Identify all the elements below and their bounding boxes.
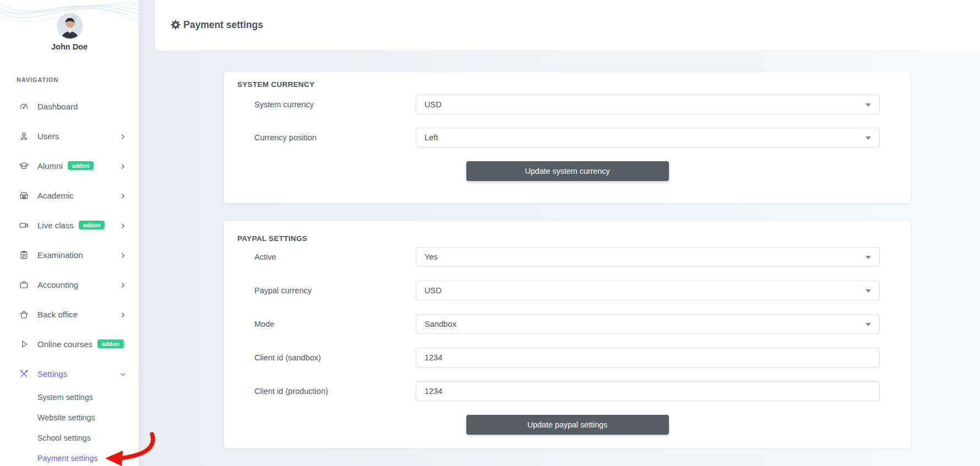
chevron-right-icon — [119, 133, 127, 140]
field-label: Active — [254, 253, 416, 261]
sidebar-item-label: Examination — [37, 250, 83, 260]
field-label: Paypal currency — [254, 286, 416, 295]
select-value: USD — [424, 100, 442, 109]
avatar[interactable] — [57, 13, 83, 39]
sidebar-item-label: Dashboard — [37, 102, 78, 111]
caret-down-icon — [865, 289, 871, 293]
select-value: Left — [424, 133, 438, 142]
briefcase-icon — [18, 279, 29, 290]
sidebar-item-label: Online courses — [37, 339, 92, 349]
field-label: Mode — [254, 320, 416, 328]
addon-badge: addon — [68, 161, 94, 171]
sidebar-item-alumni[interactable]: Alumniaddon — [0, 151, 139, 180]
sidebar-subitem-system-settings[interactable]: System settings — [0, 387, 139, 407]
update-paypal-settings-button[interactable]: Update paypal settings — [466, 415, 669, 435]
sidebar-item-label: Accounting — [37, 280, 78, 289]
active-select[interactable]: Yes — [416, 247, 880, 267]
system-currency-select[interactable]: USD — [416, 95, 880, 114]
nav-section-label: NAVIGATION — [17, 76, 58, 83]
currency-position-select[interactable]: Left — [416, 128, 880, 147]
caret-down-icon — [865, 136, 871, 140]
chevron-down-icon — [119, 370, 127, 377]
sidebar-subitem-payment-settings[interactable]: Payment settings — [0, 448, 139, 466]
button-row: Update paypal settings — [224, 415, 911, 435]
addon-badge: addon — [79, 221, 105, 230]
mode-select[interactable]: Sandbox — [416, 314, 880, 334]
addon-badge: addon — [97, 339, 124, 349]
form-row: Currency positionLeft — [254, 128, 880, 147]
subitem-label: School settings — [37, 434, 91, 442]
caret-down-icon — [865, 103, 871, 107]
sidebar-item-users[interactable]: Users — [0, 121, 139, 151]
gear-icon — [170, 19, 181, 30]
user-name: John Doe — [0, 42, 139, 51]
select-value: Yes — [424, 253, 438, 261]
sidebar-subitem-school-settings[interactable]: School settings — [0, 427, 139, 448]
sidebar: John Doe NAVIGATION DashboardUsersAlumni… — [0, 0, 139, 466]
user-icon — [18, 130, 29, 141]
caret-down-icon — [865, 256, 871, 259]
page-header: Payment settings — [155, 0, 980, 50]
field-label: Client id (sandbox) — [254, 353, 416, 362]
field-label: Currency position — [254, 133, 416, 142]
sidebar-item-back-office[interactable]: Back office — [0, 299, 139, 329]
form-row: System currencyUSD — [254, 95, 880, 114]
form-row: Client id (production) — [254, 381, 880, 401]
select-value: USD — [424, 286, 442, 295]
chevron-right-icon — [119, 281, 127, 288]
chevron-right-icon — [119, 311, 127, 318]
settings-subnav: System settingsWebsite settingsSchool se… — [0, 387, 139, 466]
sidebar-item-label: Alumni — [37, 161, 63, 171]
page-title: Payment settings — [183, 19, 263, 31]
sidebar-nav: DashboardUsersAlumniaddonAcademicLive cl… — [0, 91, 139, 388]
card-title: PAYPAL SETTINGS — [237, 234, 307, 243]
sidebar-item-label: Academic — [37, 191, 74, 200]
subitem-label: System settings — [37, 393, 93, 402]
select-value: Sandbox — [424, 320, 456, 328]
gauge-icon — [18, 101, 29, 112]
caret-down-icon — [865, 323, 871, 326]
client-id-sandbox-input[interactable] — [416, 348, 880, 368]
sidebar-item-settings[interactable]: Settings — [0, 359, 139, 388]
sidebar-item-dashboard[interactable]: Dashboard — [0, 91, 139, 121]
chevron-right-icon — [119, 162, 127, 169]
form-row: ModeSandbox — [254, 314, 880, 334]
card-title: SYSTEM CURRENCY — [237, 80, 314, 89]
subitem-label: Website settings — [37, 413, 95, 422]
paypal-settings-card: PAYPAL SETTINGS ActiveYesPaypal currency… — [224, 221, 911, 448]
paypal-currency-select[interactable]: USD — [416, 281, 880, 300]
field-label: Client id (production) — [254, 387, 416, 396]
chevron-right-icon — [119, 192, 127, 199]
chevron-right-icon — [119, 222, 127, 229]
sidebar-item-accounting[interactable]: Accounting — [0, 270, 139, 299]
field-label: System currency — [254, 100, 416, 109]
video-icon — [18, 220, 29, 231]
update-system-currency-button[interactable]: Update system currency — [466, 161, 669, 181]
sidebar-item-label: Settings — [37, 369, 67, 379]
sidebar-subitem-website-settings[interactable]: Website settings — [0, 407, 139, 427]
sidebar-item-online-courses[interactable]: Online coursesaddon — [0, 329, 139, 359]
sidebar-item-live-class[interactable]: Live classaddon — [0, 210, 139, 240]
sidebar-item-label: Live class — [37, 221, 74, 230]
grad-cap-icon — [18, 160, 29, 171]
form-row: ActiveYes — [254, 247, 880, 267]
clipboard-icon — [18, 249, 29, 260]
card-form: ActiveYesPaypal currencyUSDModeSandboxCl… — [224, 247, 911, 435]
form-row: Paypal currencyUSD — [254, 281, 880, 300]
sidebar-item-label: Users — [37, 131, 59, 141]
subitem-label: Payment settings — [37, 454, 98, 463]
button-row: Update system currency — [224, 161, 911, 181]
system-currency-card: SYSTEM CURRENCY System currencyUSDCurren… — [224, 72, 911, 203]
tools-icon — [18, 368, 29, 379]
sidebar-item-academic[interactable]: Academic — [0, 180, 139, 210]
client-id-production-input[interactable] — [416, 381, 880, 401]
chevron-right-icon — [119, 251, 127, 259]
form-row: Client id (sandbox) — [254, 348, 880, 368]
play-icon — [18, 338, 29, 349]
sidebar-item-examination[interactable]: Examination — [0, 240, 139, 270]
school-icon — [18, 190, 29, 201]
card-form: System currencyUSDCurrency positionLeftU… — [224, 95, 911, 181]
sidebar-item-label: Back office — [37, 310, 78, 319]
basket-icon — [18, 309, 29, 320]
